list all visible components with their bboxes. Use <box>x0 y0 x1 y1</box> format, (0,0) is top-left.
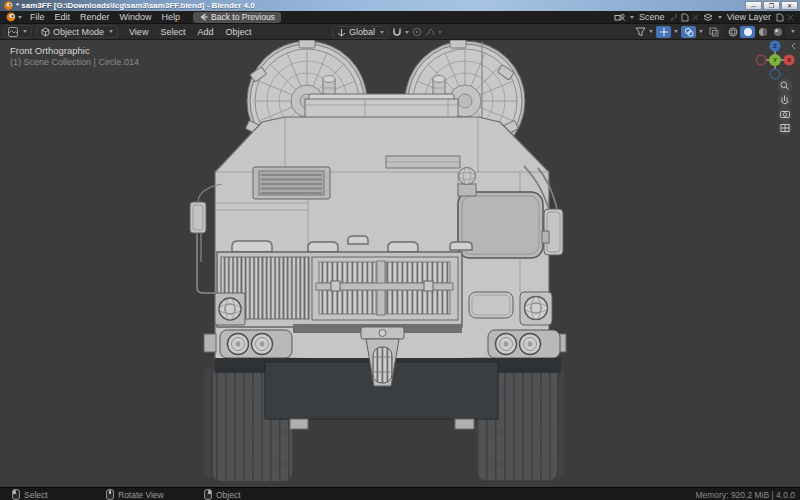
topbar: File Edit Render Window Help Back to Pre… <box>0 11 800 24</box>
right-mouse-icon <box>204 489 212 500</box>
maximize-button[interactable]: ❐ <box>763 1 780 10</box>
mode-dropdown[interactable]: Object Mode <box>36 25 118 38</box>
mode-label: Object Mode <box>53 27 104 37</box>
shading-wireframe-button[interactable] <box>725 26 740 38</box>
visibility-funnel-icon <box>635 26 646 37</box>
scene-icon <box>614 13 625 22</box>
viewport-controls: Z X Y <box>748 40 800 140</box>
viewport-editor-icon <box>8 27 18 37</box>
zoom-button[interactable] <box>778 79 793 94</box>
chevron-down-icon <box>674 30 678 33</box>
headlight-left[interactable] <box>215 293 245 325</box>
chevron-down-icon <box>699 30 703 33</box>
close-button[interactable]: ✕ <box>781 1 798 10</box>
menu-window[interactable]: Window <box>115 11 157 23</box>
chevron-down-icon <box>718 16 722 19</box>
transform-orientation-dropdown[interactable]: Global <box>332 26 389 39</box>
roof-box[interactable] <box>305 94 458 118</box>
new-scene-icon[interactable] <box>681 13 689 22</box>
radiator-grille[interactable] <box>217 252 462 327</box>
shading-rendered-button[interactable] <box>770 26 785 38</box>
overlays-icon <box>684 27 694 37</box>
view-label: Front Orthographic <box>10 45 90 56</box>
window-titlebar: * sam3FF [G:\Downloads\lcg\sam3\sam3FF.b… <box>0 0 800 11</box>
menu-file[interactable]: File <box>25 11 50 23</box>
shading-solid-button[interactable] <box>740 26 755 38</box>
chevron-down-icon <box>405 31 409 34</box>
close-icon[interactable] <box>787 14 794 21</box>
navigation-gizmo[interactable]: Z X Y <box>756 41 794 79</box>
sensor-ball[interactable] <box>458 168 476 197</box>
cab-panel-strip[interactable] <box>386 156 460 168</box>
chevron-down-icon <box>380 31 384 34</box>
view-layer-name: View Layer <box>727 12 771 22</box>
menu-select[interactable]: Select <box>154 27 191 37</box>
svg-text:Z: Z <box>773 43 777 49</box>
close-icon[interactable] <box>692 14 699 21</box>
menu-edit[interactable]: Edit <box>50 11 76 23</box>
xray-icon <box>709 27 719 37</box>
back-to-previous-button[interactable]: Back to Previous <box>193 12 281 23</box>
proportional-falloff-dropdown[interactable] <box>425 27 442 37</box>
hood-side-panel[interactable] <box>469 292 513 318</box>
material-sphere-icon <box>758 27 768 37</box>
new-layer-icon[interactable] <box>776 13 784 22</box>
viewport-3d[interactable]: Front Orthographic (1) Scene Collection … <box>0 40 800 487</box>
view-layer-icon <box>703 13 713 22</box>
svg-text:Y: Y <box>773 57 777 63</box>
headlight-right[interactable] <box>520 292 552 325</box>
sidebar-collapse-icon[interactable] <box>792 43 795 49</box>
gizmos-icon <box>659 27 669 37</box>
chevron-down-icon <box>23 30 27 33</box>
menu-object[interactable]: Object <box>219 27 257 37</box>
chevron-down-icon <box>649 30 653 33</box>
scene-selector[interactable]: Scene <box>614 12 699 22</box>
vent-grille[interactable] <box>253 167 330 199</box>
object-visibility-dropdown[interactable] <box>635 26 653 37</box>
svg-text:X: X <box>787 57 791 63</box>
orientation-axes-icon <box>337 28 346 37</box>
pan-button[interactable] <box>778 93 793 108</box>
editor-type-button[interactable] <box>3 25 32 38</box>
pin-icon[interactable] <box>670 13 678 22</box>
camera-view-button[interactable] <box>778 107 793 122</box>
lights-right[interactable] <box>488 330 566 358</box>
breadcrumb: (1) Scene Collection | Circle.014 <box>10 57 139 67</box>
left-mouse-icon <box>12 489 20 500</box>
falloff-curve-icon <box>425 27 435 37</box>
menu-view[interactable]: View <box>123 27 154 37</box>
memory-stats: Memory: 920.2 MiB | 4.0.0 <box>695 488 795 500</box>
gizmo-axis-z-neg[interactable] <box>770 69 780 79</box>
status-rotate-view: Rotate View <box>106 488 164 500</box>
show-overlays-toggle[interactable] <box>681 26 696 38</box>
minimize-button[interactable]: ─ <box>745 1 762 10</box>
view-layer-selector[interactable]: View Layer <box>703 12 794 22</box>
viewport-canvas[interactable] <box>0 40 800 487</box>
menu-render[interactable]: Render <box>75 11 115 23</box>
ortho-toggle-button[interactable] <box>778 121 793 136</box>
proportional-editing-toggle[interactable] <box>412 27 422 37</box>
window-title: * sam3FF [G:\Downloads\lcg\sam3\sam3FF.b… <box>16 1 255 10</box>
app-menu-button[interactable] <box>3 12 25 22</box>
show-gizmos-toggle[interactable] <box>656 26 671 38</box>
middle-mouse-icon <box>106 489 114 500</box>
snap-toggle[interactable] <box>392 27 409 37</box>
orientation-label: Global <box>349 27 375 37</box>
gizmo-axis-x-neg[interactable] <box>756 55 766 65</box>
status-object: Object <box>204 488 241 500</box>
shading-material-button[interactable] <box>755 26 770 38</box>
rendered-sphere-icon <box>773 27 783 37</box>
solid-sphere-icon <box>743 27 753 37</box>
chevron-down-icon <box>18 16 22 19</box>
back-arrow-icon <box>199 13 208 21</box>
object-mode-cube-icon <box>41 27 50 37</box>
blender-logo-icon <box>6 12 16 22</box>
menu-help[interactable]: Help <box>157 11 186 23</box>
chevron-down-icon <box>630 16 634 19</box>
xray-toggle[interactable] <box>706 26 721 38</box>
menu-add[interactable]: Add <box>191 27 219 37</box>
viewport-header: Object Mode View Select Add Object Globa… <box>0 24 800 40</box>
scene-name: Scene <box>639 12 665 22</box>
chevron-down-icon <box>109 30 113 33</box>
blender-logo-icon <box>4 1 13 10</box>
